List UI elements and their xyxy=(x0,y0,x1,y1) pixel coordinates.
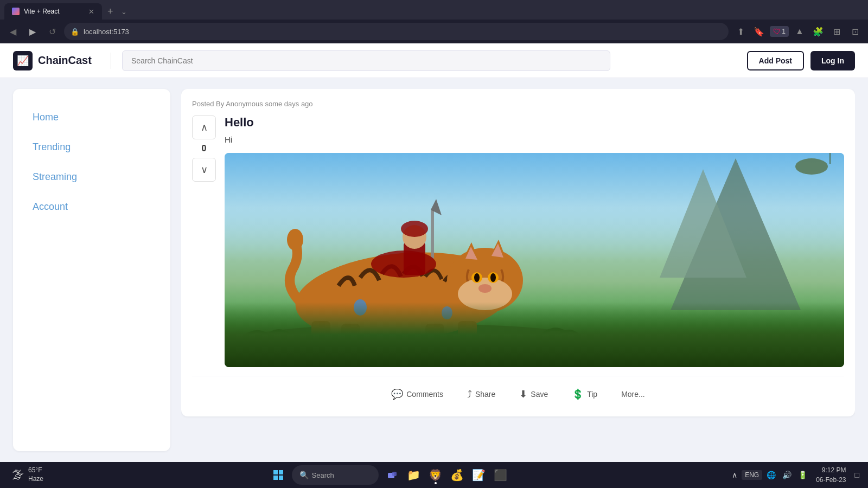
comments-button[interactable]: 💬 Comments xyxy=(386,385,449,403)
post-body: Hello Hi xyxy=(225,115,844,367)
svg-rect-26 xyxy=(279,470,283,474)
taskbar-app-crypto[interactable]: 💰 xyxy=(447,465,468,485)
mountain-mid xyxy=(660,169,746,278)
comments-label: Comments xyxy=(406,390,443,399)
save-button[interactable]: ⬇ Save xyxy=(514,385,553,403)
post-image xyxy=(225,153,844,367)
post-image-container xyxy=(225,153,844,367)
brave-shield-count: 1 xyxy=(782,28,786,35)
new-tab-button[interactable]: + xyxy=(104,6,117,17)
browser-toolbar: ◀ ▶ ↺ 🔒 localhost:5173 ⬆ 🔖 🛡 1 ▲ 🧩 ⊞ ⊡ xyxy=(0,20,868,43)
taskbar-app-terminal[interactable]: ⬛ xyxy=(490,465,511,485)
url-text: localhost:5173 xyxy=(84,28,129,36)
app-content: 📈 ChainCast Add Post Log In Home Trendin… xyxy=(0,43,868,462)
upvote-button[interactable]: ∧ xyxy=(192,115,216,139)
sidebar-item-streaming[interactable]: Streaming xyxy=(24,165,159,189)
tip-button[interactable]: 💲 Tip xyxy=(566,385,603,403)
post-area: Posted By Anonymous some days ago ∧ 0 ∨ … xyxy=(181,89,855,451)
taskbar-app-files[interactable]: 📁 xyxy=(404,465,424,485)
logo-icon: 📈 xyxy=(13,51,33,70)
taskbar-search-icon: 🔍 xyxy=(299,471,309,479)
sidebar: Home Trending Streaming Account xyxy=(13,89,170,451)
svg-point-15 xyxy=(401,221,428,237)
tab-title: Vite + React xyxy=(24,8,59,15)
taskbar-search-text: Search xyxy=(312,471,334,479)
tab-overflow-button[interactable]: ⌄ xyxy=(119,8,129,16)
more-button[interactable]: More... xyxy=(616,385,650,403)
weather-temp: 65°F xyxy=(28,466,43,475)
forward-button[interactable]: ▶ xyxy=(25,24,40,39)
chevron-up-icon[interactable]: ∧ xyxy=(730,468,739,481)
active-tab[interactable]: Vite + React ✕ xyxy=(4,3,102,20)
bookmark-icon[interactable]: 🔖 xyxy=(751,24,767,39)
brave-shield[interactable]: 🛡 1 xyxy=(770,26,789,37)
taskbar-search[interactable]: 🔍 Search xyxy=(292,465,379,485)
reload-button[interactable]: ↺ xyxy=(44,24,60,39)
brave-shield-icon: 🛡 xyxy=(773,27,781,36)
share-action-icon: ⤴ xyxy=(467,389,472,400)
sync-icon[interactable]: ⊞ xyxy=(829,24,844,39)
files-icon: 📁 xyxy=(407,468,420,481)
weather-condition: Haze xyxy=(28,475,43,484)
save-label: Save xyxy=(531,390,548,399)
brave-browser-icon: 🦁 xyxy=(429,468,442,481)
browser-tab-bar: Vite + React ✕ + ⌄ xyxy=(0,0,868,20)
vscode-icon: 📝 xyxy=(472,468,486,481)
post-text: Hi xyxy=(225,135,844,144)
svg-rect-30 xyxy=(392,472,397,476)
share-icon[interactable]: ⬆ xyxy=(733,24,748,39)
notification-icon[interactable]: □ xyxy=(853,468,861,481)
taskbar-app-vscode[interactable]: 📝 xyxy=(469,465,489,485)
sidebar-item-trending[interactable]: Trending xyxy=(24,135,159,159)
svg-point-17 xyxy=(371,251,436,278)
sidebar-item-account[interactable]: Account xyxy=(24,195,159,219)
network-icon[interactable]: 🌐 xyxy=(764,468,778,481)
tab-close-button[interactable]: ✕ xyxy=(88,8,94,15)
wallet-icon[interactable]: ⊡ xyxy=(847,24,863,39)
crypto-icon: 💰 xyxy=(450,468,464,481)
battery-icon[interactable]: 🔋 xyxy=(796,468,809,481)
weather-text: 65°F Haze xyxy=(28,466,43,483)
share-label: Share xyxy=(475,390,495,399)
login-button[interactable]: Log In xyxy=(810,51,855,70)
windows-logo-icon xyxy=(273,470,283,480)
teams-icon xyxy=(387,470,398,480)
volume-icon[interactable]: 🔊 xyxy=(780,468,794,481)
weather-widget[interactable]: 🌫 65°F Haze xyxy=(7,464,49,485)
svg-rect-25 xyxy=(273,470,278,474)
logo-text: ChainCast xyxy=(38,54,92,67)
floating-island xyxy=(795,158,828,175)
brave-rewards-icon[interactable]: ▲ xyxy=(792,24,807,39)
toolbar-actions: ⬆ 🔖 🛡 1 ▲ 🧩 ⊞ ⊡ xyxy=(733,24,863,39)
svg-point-11 xyxy=(490,273,496,282)
weather-icon: 🌫 xyxy=(12,468,24,482)
downvote-button[interactable]: ∨ xyxy=(192,158,216,182)
extensions-icon[interactable]: 🧩 xyxy=(810,24,826,39)
taskbar-app-teams[interactable] xyxy=(382,465,403,485)
share-button[interactable]: ⤴ Share xyxy=(462,385,501,403)
taskbar-sys-icons: ∧ ENG 🌐 🔊 🔋 xyxy=(730,468,809,481)
windows-start-button[interactable] xyxy=(268,465,289,485)
taskbar-left: 🌫 65°F Haze xyxy=(7,464,49,485)
sidebar-item-home[interactable]: Home xyxy=(24,105,159,130)
clock-date: 06-Feb-23 xyxy=(816,475,846,485)
add-post-button[interactable]: Add Post xyxy=(747,51,804,70)
browser-chrome: Vite + React ✕ + ⌄ ◀ ▶ ↺ 🔒 localhost:517… xyxy=(0,0,868,43)
language-indicator[interactable]: ENG xyxy=(742,470,762,480)
svg-point-24 xyxy=(287,229,303,251)
taskbar-clock[interactable]: 9:12 PM 06-Feb-23 xyxy=(814,463,848,487)
svg-rect-16 xyxy=(431,210,434,259)
address-bar[interactable]: 🔒 localhost:5173 xyxy=(64,23,729,40)
tree-trunk xyxy=(829,153,831,164)
taskbar-center: 🔍 Search 📁 🦁 💰 📝 ⬛ xyxy=(53,465,725,485)
app-header: 📈 ChainCast Add Post Log In xyxy=(0,43,868,78)
header-divider xyxy=(111,53,111,69)
taskbar: 🌫 65°F Haze 🔍 Search xyxy=(0,462,868,488)
search-input[interactable] xyxy=(122,50,610,71)
more-label: More... xyxy=(621,390,645,399)
taskbar-app-brave[interactable]: 🦁 xyxy=(425,465,446,485)
back-button[interactable]: ◀ xyxy=(5,24,21,39)
header-buttons: Add Post Log In xyxy=(747,51,855,70)
post-card: Posted By Anonymous some days ago ∧ 0 ∨ … xyxy=(181,89,855,416)
main-layout: Home Trending Streaming Account Posted B… xyxy=(0,78,868,462)
